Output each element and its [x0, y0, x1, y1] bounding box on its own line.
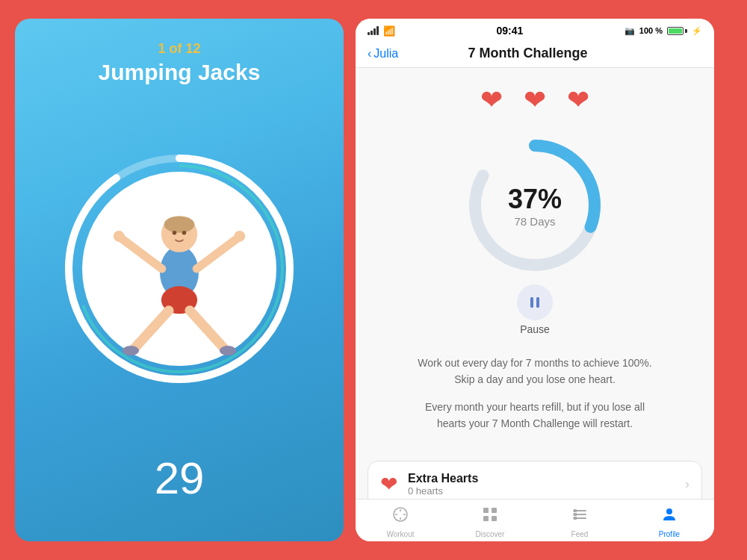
extra-hearts-icon: ❤ — [380, 472, 397, 497]
svg-rect-30 — [492, 516, 497, 521]
svg-point-7 — [164, 216, 195, 232]
extra-hearts-title: Extra Hearts — [408, 472, 675, 485]
challenge-panel: 📶 09:41 📷 100 % ⚡ ‹ Julia 7 Mon — [356, 19, 714, 541]
progress-section: 37% 78 Days Pause — [356, 123, 714, 343]
tab-discover-label: Discover — [476, 530, 505, 538]
signal-icon — [368, 26, 379, 35]
back-button[interactable]: ‹ Julia — [368, 47, 398, 60]
chevron-right-icon: › — [685, 476, 689, 492]
workout-panel: 1 of 12 Jumping Jacks — [15, 19, 344, 541]
tab-discover[interactable]: Discover — [445, 505, 535, 538]
description-2: Every month your hearts refill, but if y… — [378, 399, 692, 432]
svg-line-12 — [134, 311, 169, 349]
tab-feed[interactable]: Feed — [535, 505, 624, 538]
wifi-icon: 📶 — [383, 25, 395, 37]
pause-label: Pause — [520, 323, 550, 335]
svg-point-11 — [234, 231, 245, 242]
svg-rect-36 — [574, 517, 577, 520]
svg-rect-35 — [574, 513, 577, 516]
svg-line-13 — [190, 311, 224, 349]
scroll-content: ❤ ❤ ❤ 37% 78 Days — [356, 68, 714, 499]
svg-point-37 — [666, 508, 672, 514]
svg-point-16 — [173, 231, 177, 235]
svg-point-10 — [114, 231, 125, 242]
tab-workout[interactable]: Workout — [356, 505, 445, 538]
back-label: Julia — [374, 47, 398, 60]
nav-bar: ‹ Julia 7 Month Challenge — [356, 40, 714, 68]
feed-icon — [571, 505, 589, 528]
svg-rect-28 — [492, 508, 497, 513]
svg-point-15 — [220, 346, 236, 355]
extra-hearts-count: 0 hearts — [408, 485, 675, 497]
progress-percent: 37% — [508, 184, 562, 215]
workout-icon — [391, 505, 409, 528]
status-icons: 📷 100 % ⚡ — [624, 26, 702, 36]
svg-point-17 — [182, 231, 187, 235]
chevron-left-icon: ‹ — [368, 47, 371, 60]
extra-hearts-card[interactable]: ❤ Extra Hearts 0 hearts › — [368, 461, 702, 499]
exercise-title: Jumping Jacks — [99, 60, 261, 85]
circular-progress: 37% 78 Days — [460, 131, 610, 280]
profile-icon — [660, 505, 678, 528]
tab-feed-label: Feed — [571, 530, 589, 538]
figure-svg — [97, 172, 261, 366]
progress-text: 37% 78 Days — [508, 184, 562, 228]
tab-profile-label: Profile — [659, 530, 680, 538]
battery-icon — [667, 27, 687, 35]
bluetooth-icon: 📷 — [624, 26, 635, 36]
svg-rect-29 — [483, 516, 489, 521]
discover-icon — [481, 505, 499, 528]
signal-area: 📶 — [368, 25, 395, 37]
progress-days: 78 Days — [508, 215, 562, 228]
tab-workout-label: Workout — [386, 530, 414, 538]
heart-3: ❤ — [567, 84, 589, 116]
exercise-counter: 1 of 12 — [99, 41, 261, 57]
svg-point-14 — [123, 346, 139, 355]
battery-fill — [669, 28, 682, 34]
battery-tip — [685, 29, 687, 33]
battery-body — [667, 27, 684, 35]
description-section: Work out every day for 7 months to achie… — [356, 343, 714, 455]
battery-pct: 100 % — [639, 26, 663, 35]
svg-line-9 — [196, 237, 238, 269]
charging-icon: ⚡ — [692, 26, 702, 36]
exercise-circle — [60, 149, 299, 388]
svg-rect-34 — [574, 509, 577, 512]
svg-line-8 — [120, 237, 162, 269]
status-time: 09:41 — [496, 25, 523, 37]
heart-1: ❤ — [480, 84, 503, 116]
exercise-figure — [90, 164, 269, 373]
extra-hearts-info: Extra Hearts 0 hearts — [408, 472, 675, 497]
nav-title: 7 Month Challenge — [398, 46, 657, 61]
svg-rect-27 — [483, 508, 489, 513]
status-bar: 📶 09:41 📷 100 % ⚡ — [356, 19, 714, 40]
tab-profile[interactable]: Profile — [624, 505, 714, 538]
description-1: Work out every day for 7 months to achie… — [378, 355, 692, 388]
rep-count: 29 — [155, 452, 205, 504]
tab-bar: Workout Discover Feed Profile — [356, 499, 714, 541]
